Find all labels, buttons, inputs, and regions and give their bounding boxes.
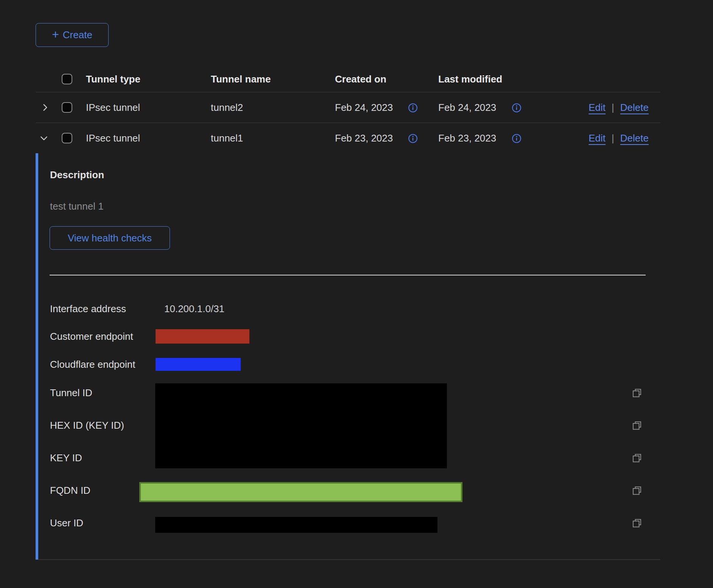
tunnel-id-label: Tunnel ID: [50, 386, 92, 399]
customer-endpoint-label: Customer endpoint: [50, 330, 133, 343]
cloudflare-endpoint-label: Cloudflare endpoint: [50, 358, 135, 371]
row-actions: Edit | Delete: [588, 101, 649, 114]
interface-address-value: 10.200.1.0/31: [164, 302, 224, 315]
edit-link[interactable]: Edit: [588, 101, 606, 114]
cell-created-on: Feb 23, 2023: [335, 132, 393, 145]
customer-endpoint-redacted-value: [156, 329, 249, 344]
hex-id-label: HEX ID (KEY ID): [50, 419, 124, 432]
copy-icon[interactable]: [631, 517, 643, 529]
column-header-tunnel-name: Tunnel name: [211, 73, 271, 86]
copy-icon[interactable]: [631, 387, 643, 398]
info-icon[interactable]: [512, 134, 522, 143]
copy-icon[interactable]: [631, 485, 643, 496]
copy-icon[interactable]: [631, 452, 643, 464]
panel-bottom-divider: [38, 559, 660, 560]
description-heading: Description: [50, 168, 104, 181]
column-header-tunnel-type: Tunnel type: [86, 73, 140, 86]
row-checkbox[interactable]: [62, 102, 72, 113]
cell-last-modified: Feb 24, 2023: [438, 101, 496, 114]
edit-link[interactable]: Edit: [588, 132, 606, 145]
row-actions: Edit | Delete: [588, 132, 649, 145]
row-divider: [36, 123, 660, 123]
user-id-redacted-value: [155, 517, 437, 533]
row-checkbox[interactable]: [62, 133, 72, 143]
create-button[interactable]: + Create: [36, 23, 109, 47]
plus-icon: +: [52, 28, 59, 40]
info-icon[interactable]: [408, 134, 418, 143]
select-all-checkbox[interactable]: [62, 74, 72, 84]
expanded-row-accent-bar: [36, 153, 38, 560]
row-expand-chevron-right-icon[interactable]: [40, 103, 50, 112]
copy-icon[interactable]: [631, 420, 643, 431]
info-icon[interactable]: [408, 103, 418, 113]
delete-link[interactable]: Delete: [620, 101, 649, 114]
view-health-checks-button[interactable]: View health checks: [50, 226, 170, 250]
panel-divider: [50, 275, 646, 275]
cell-tunnel-type: IPsec tunnel: [86, 132, 140, 145]
cell-last-modified: Feb 23, 2023: [438, 132, 496, 145]
delete-link[interactable]: Delete: [620, 132, 649, 145]
header-divider: [36, 92, 660, 92]
column-header-last-modified: Last modified: [438, 73, 502, 86]
tunnel-id-redacted-value: [155, 383, 447, 468]
cell-tunnel-name: tunnel2: [211, 101, 243, 114]
actions-separator: |: [612, 101, 614, 114]
cloudflare-endpoint-redacted-value: [156, 358, 241, 371]
actions-separator: |: [612, 132, 614, 145]
create-button-label: Create: [63, 29, 92, 41]
key-id-label: KEY ID: [50, 451, 82, 464]
user-id-label: User ID: [50, 516, 83, 529]
cell-tunnel-type: IPsec tunnel: [86, 101, 140, 114]
description-value: test tunnel 1: [50, 200, 104, 213]
cell-created-on: Feb 24, 2023: [335, 101, 393, 114]
info-icon[interactable]: [512, 103, 522, 113]
fqdn-id-redacted-value: [139, 482, 462, 502]
row-collapse-chevron-down-icon[interactable]: [39, 133, 49, 143]
column-header-created-on: Created on: [335, 73, 386, 86]
fqdn-id-label: FQDN ID: [50, 484, 90, 497]
cell-tunnel-name: tunnel1: [211, 132, 243, 145]
interface-address-label: Interface address: [50, 302, 126, 315]
